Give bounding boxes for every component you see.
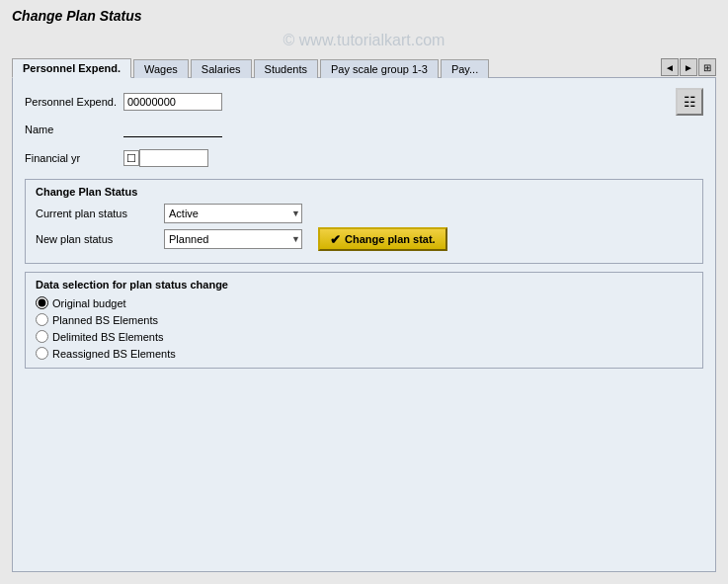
data-selection-title: Data selection for plan status change [36, 279, 692, 291]
radio-delimited-bs[interactable]: Delimited BS Elements [36, 330, 692, 343]
tab-prev-button[interactable]: ◄ [661, 58, 679, 76]
tab-bar: Personnel Expend. Wages Salaries Student… [12, 57, 716, 77]
financial-yr-label: Financial yr [25, 152, 123, 164]
tab-grid-button[interactable]: ⊞ [698, 58, 716, 76]
change-btn-icon: ✔ [330, 232, 341, 247]
new-plan-status-select[interactable]: Planned Active Released Closed [164, 229, 302, 249]
radio-planned-bs-label: Planned BS Elements [52, 314, 158, 326]
radio-original-budget-label: Original budget [52, 297, 126, 309]
data-selection-section: Data selection for plan status change Or… [25, 272, 703, 369]
radio-group: Original budget Planned BS Elements Deli… [36, 296, 692, 360]
current-plan-status-label: Current plan status [36, 208, 164, 219]
current-plan-status-select[interactable]: Active Planned Released Closed [164, 204, 302, 223]
change-plan-status-button[interactable]: ✔ Change plan stat. [318, 227, 447, 251]
match-icon-button[interactable]: ☷ [676, 88, 703, 116]
current-plan-status-dropdown-wrapper: Active Planned Released Closed ▼ [164, 204, 302, 223]
financial-yr-checkbox[interactable]: ☐ [123, 150, 139, 166]
tab-students[interactable]: Students [254, 59, 318, 78]
window-title: Change Plan Status [12, 8, 141, 24]
main-content: Personnel Expend. Wages Salaries Student… [0, 53, 728, 584]
change-plan-status-section: Change Plan Status Current plan status A… [25, 179, 703, 264]
name-label: Name [25, 124, 123, 135]
radio-original-budget[interactable]: Original budget [36, 296, 692, 309]
radio-original-budget-input[interactable] [36, 296, 48, 309]
change-btn-label: Change plan stat. [345, 233, 436, 245]
personnel-expend-label: Personnel Expend. [25, 96, 123, 108]
financial-yr-input-box[interactable] [139, 149, 208, 167]
name-row: Name [25, 122, 703, 137]
new-plan-status-label: New plan status [36, 233, 164, 245]
change-plan-status-title: Change Plan Status [36, 186, 692, 198]
tab-pay-scale-group[interactable]: Pay scale group 1-3 [320, 59, 439, 78]
tab-navigation: ◄ ► ⊞ [661, 58, 716, 76]
new-plan-status-dropdown-wrapper: Planned Active Released Closed ▼ [164, 229, 302, 249]
current-plan-status-row: Current plan status Active Planned Relea… [36, 204, 692, 223]
main-window: Change Plan Status © www.tutorialkart.co… [0, 0, 728, 584]
financial-yr-row: Financial yr ☐ [25, 149, 703, 167]
radio-reassigned-bs-label: Reassigned BS Elements [52, 348, 176, 360]
title-bar: Change Plan Status [0, 0, 728, 28]
personnel-expend-input[interactable] [123, 93, 222, 111]
tab-wages[interactable]: Wages [133, 59, 189, 78]
tab-pay-more[interactable]: Pay... [441, 59, 489, 78]
radio-delimited-bs-input[interactable] [36, 330, 48, 343]
radio-planned-bs[interactable]: Planned BS Elements [36, 313, 692, 326]
personnel-expend-row: Personnel Expend. ☷ [25, 88, 703, 116]
radio-delimited-bs-label: Delimited BS Elements [52, 331, 164, 343]
radio-reassigned-bs-input[interactable] [36, 347, 48, 360]
tab-salaries[interactable]: Salaries [191, 59, 252, 78]
new-plan-status-row: New plan status Planned Active Released … [36, 227, 692, 251]
form-panel: Personnel Expend. ☷ Name Financial yr ☐ [12, 77, 716, 572]
radio-reassigned-bs[interactable]: Reassigned BS Elements [36, 347, 692, 360]
tab-next-button[interactable]: ► [680, 58, 697, 76]
tab-personnel-expend[interactable]: Personnel Expend. [12, 58, 131, 78]
watermark: © www.tutorialkart.com [0, 28, 728, 53]
radio-planned-bs-input[interactable] [36, 313, 48, 326]
name-field [123, 122, 222, 137]
